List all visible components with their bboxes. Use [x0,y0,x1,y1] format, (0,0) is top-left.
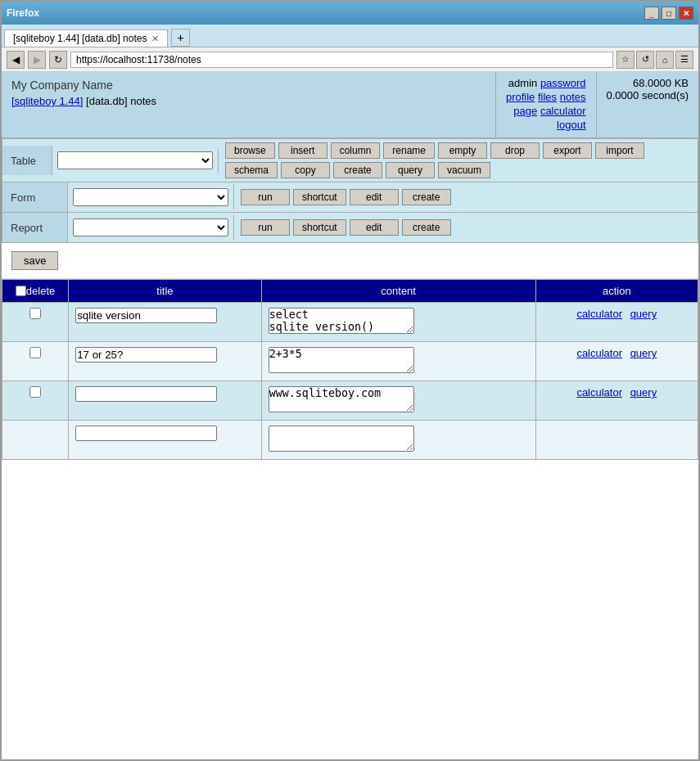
calculator-link-2[interactable]: calculator [576,347,622,359]
content-textarea-3[interactable]: www.sqliteboy.com [269,386,414,412]
title-input-4[interactable] [75,426,217,441]
table-row: www.sqliteboy.com calculator query [2,381,698,421]
table-buttons: browse insert column rename empty drop e… [219,139,698,182]
tab-close-icon[interactable]: ✕ [151,34,159,44]
browse-button[interactable]: browse [225,142,275,159]
stat2-unit: second(s) [642,89,689,101]
form-shortcut-button[interactable]: shortcut [293,189,346,205]
report-select[interactable] [73,218,228,236]
calculator-link-3[interactable]: calculator [576,386,622,399]
th-action: action [535,280,698,303]
td-action-4 [535,421,698,460]
form-edit-button[interactable]: edit [350,189,399,205]
page-content: My Company Name [sqliteboy 1.44] [data.d… [2,72,698,759]
td-title-1 [69,303,262,342]
forward-button[interactable]: ▶ [28,51,46,69]
home-icon[interactable]: ⌂ [656,51,674,69]
form-create-button[interactable]: create [402,189,451,205]
td-action-3: calculator query [535,381,698,421]
import-button[interactable]: import [595,142,644,159]
title-bar: Firefox _ □ ✕ [2,2,698,25]
title-input-2[interactable] [75,347,217,362]
files-link[interactable]: files [538,91,557,103]
drop-button[interactable]: drop [490,142,540,159]
calculator-link-1[interactable]: calculator [576,308,622,320]
form-buttons: run shortcut edit create [234,186,458,209]
query-link-3[interactable]: query [630,386,657,399]
delete-checkbox-2[interactable] [29,347,41,358]
td-content-4 [261,421,535,460]
refresh-button[interactable]: ↻ [49,51,67,69]
column-button[interactable]: column [331,142,381,159]
copy-button[interactable]: copy [281,162,330,178]
td-action-1: calculator query [535,303,698,342]
create-button[interactable]: create [333,162,382,178]
browser-window: Firefox _ □ ✕ [sqliteboy 1.44] [data.db]… [0,0,700,761]
title-input-1[interactable] [75,308,217,323]
td-delete-4 [2,421,69,460]
content-textarea-1[interactable]: select sqlite_version() [269,308,414,334]
td-delete-2 [2,342,69,381]
menu-icon[interactable]: ☰ [675,51,693,69]
page-link[interactable]: page [513,105,537,117]
query-link-2[interactable]: query [630,347,657,359]
title-input-3[interactable] [75,386,217,402]
close-button[interactable]: ✕ [679,7,693,20]
maximize-button[interactable]: □ [662,7,676,20]
stat1-value: 68.0000 [633,77,671,89]
export-button[interactable]: export [543,142,592,159]
report-run-button[interactable]: run [241,219,290,236]
select-all-checkbox[interactable] [16,285,26,297]
td-title-2 [69,342,262,381]
app-title: [sqliteboy 1.44] [data.db] notes [11,95,485,107]
form-control-row: Form run shortcut edit create [2,182,698,213]
vacuum-button[interactable]: vacuum [438,162,490,178]
calculator-link[interactable]: calculator [540,105,586,117]
table-row [2,421,698,460]
query-link-1[interactable]: query [630,308,657,320]
company-name: My Company Name [11,79,485,92]
rename-button[interactable]: rename [383,142,435,159]
delete-checkbox-1[interactable] [29,308,41,319]
th-delete: delete [2,280,69,303]
content-textarea-2[interactable]: 2+3*5 [269,347,414,373]
content-textarea-4[interactable] [269,426,414,452]
table-header-row: delete title content action [2,280,698,303]
logout-link[interactable]: logout [557,119,585,131]
save-button[interactable]: save [11,251,58,270]
active-tab[interactable]: [sqliteboy 1.44] [data.db] notes ✕ [4,29,168,47]
reload-icon[interactable]: ↺ [636,51,654,69]
window-controls: _ □ ✕ [644,7,693,20]
report-select-wrap [68,215,234,240]
empty-button[interactable]: empty [438,142,487,159]
td-delete-3 [2,381,69,421]
new-tab-button[interactable]: + [171,29,189,47]
report-create-button[interactable]: create [402,219,451,236]
query-button[interactable]: query [386,162,435,178]
form-select-wrap [68,185,234,209]
profile-link[interactable]: profile [506,91,535,103]
td-title-3 [69,381,262,421]
back-button[interactable]: ◀ [7,51,25,69]
form-label: Form [2,182,68,212]
browser-title: Firefox [7,7,39,19]
header-center: admin password profile files notes page … [495,72,597,137]
schema-button[interactable]: schema [225,162,278,178]
form-run-button[interactable]: run [241,189,290,205]
table-label: Table [2,146,52,175]
report-edit-button[interactable]: edit [350,219,399,236]
address-icons: ☆ ↺ ⌂ ☰ [616,51,693,69]
minimize-button[interactable]: _ [644,7,659,20]
bookmark-icon[interactable]: ☆ [616,51,635,69]
delete-checkbox-3[interactable] [29,386,41,398]
table-select[interactable] [57,151,213,169]
form-select[interactable] [73,188,228,206]
insert-button[interactable]: insert [278,142,327,159]
app-title-rest: [data.db] notes [83,95,156,107]
app-title-link[interactable]: [sqliteboy 1.44] [11,95,83,107]
password-link[interactable]: password [540,77,586,89]
notes-link[interactable]: notes [560,91,586,103]
stat2: 0.0000 second(s) [607,89,689,101]
report-shortcut-button[interactable]: shortcut [293,219,346,236]
address-input[interactable] [70,52,613,68]
